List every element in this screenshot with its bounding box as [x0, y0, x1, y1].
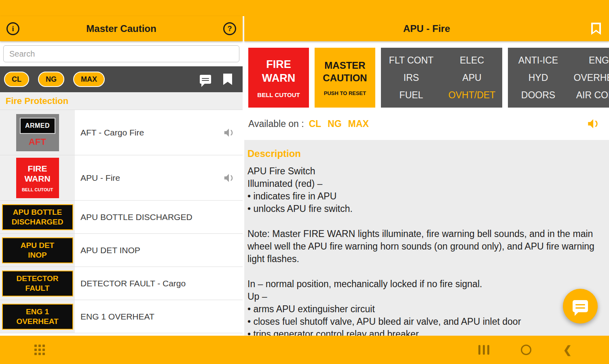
detail-appbar: APU - Fire — [244, 16, 609, 41]
panel-cell: ENG — [569, 55, 609, 66]
panel-cell: AIR COND — [569, 90, 609, 101]
panel-cell: ELEC — [442, 55, 502, 66]
fire-warn-line: WARN — [24, 174, 50, 184]
home-icon[interactable] — [521, 345, 531, 355]
help-icon[interactable]: ? — [223, 22, 236, 35]
list-item-apu-det-inop[interactable]: APU DET INOP APU DET INOP — [0, 234, 243, 267]
aft-light-label: AFT — [29, 137, 46, 147]
filter-max-button[interactable]: MAX — [73, 72, 105, 87]
annunciator-gutter: ENG 1 OVERHEAT — [0, 300, 75, 333]
annunciator-line: INOP — [28, 250, 47, 260]
master-caution-annunciator: MASTER CAUTION PUSH TO RESET — [315, 48, 375, 108]
navbar-buttons: ❮ — [478, 345, 572, 355]
list-item-detector-fault-cargo[interactable]: DETECTOR FAULT DETECTOR FAULT - Cargo — [0, 267, 243, 300]
description-section: Description APU Fire Switch Illuminated … — [244, 140, 609, 336]
fire-warn-line: FIRE — [266, 57, 291, 71]
system-annunciator-panel-left: FLT CONT ELEC IRS APU FUEL OVHT/DET — [381, 48, 502, 108]
filter-bar: CL NG MAX — [0, 66, 243, 92]
bell-cutout-line: BELL CUTOUT — [257, 91, 300, 98]
description-line: Illuminated (red) – — [247, 178, 595, 190]
annunciator-line: ENG 1 — [26, 307, 49, 317]
play-audio-icon[interactable] — [586, 117, 600, 131]
annunciator-line: DISCHARGED — [12, 217, 63, 227]
annunciator-gutter: APU BOTTLE DISCHARGED — [0, 201, 75, 233]
description-blank-line — [247, 265, 595, 278]
list-item-apu-bottle-discharged[interactable]: APU BOTTLE DISCHARGED APU BOTTLE DISCHAR… — [0, 201, 243, 234]
panel-cell: APU — [442, 72, 502, 83]
caution-list: ARMED AFT AFT - Cargo Fire FIRE WARN — [0, 110, 243, 336]
armed-light-label: ARMED — [25, 122, 50, 129]
armed-aft-light: ARMED AFT — [16, 114, 59, 151]
description-heading: Description — [247, 148, 595, 159]
chat-fab-button[interactable] — [563, 289, 598, 324]
panel-cell: IRS — [381, 72, 442, 83]
apu-det-inop-light: APU DET INOP — [2, 237, 73, 263]
description-note: Note: Master FIRE WARN lights illuminate… — [247, 228, 595, 265]
search-input[interactable] — [3, 45, 239, 62]
info-icon[interactable]: i — [6, 22, 19, 35]
detail-pane: APU - Fire FIRE WARN BELL CUTOUT MASTER … — [243, 16, 609, 336]
annunciator-line: FAULT — [25, 284, 50, 293]
master-caution-line: CAUTION — [323, 72, 367, 84]
annunciator-line: OVERHEAT — [16, 317, 58, 326]
filter-ng-button[interactable]: NG — [38, 72, 64, 87]
available-ng: NG — [328, 119, 342, 129]
list-item-label: DETECTOR FAULT - Cargo — [75, 279, 243, 288]
speaker-icon[interactable] — [215, 127, 243, 139]
list-item-label: APU - Fire — [75, 173, 215, 183]
section-header: Fire Protection — [0, 92, 243, 110]
filter-cl-button[interactable]: CL — [4, 72, 29, 87]
detector-fault-light: DETECTOR FAULT — [2, 271, 73, 296]
chat-icon — [573, 300, 588, 312]
description-line: • unlocks APU fire switch. — [247, 203, 595, 215]
panel-cell-ovht-det: OVHT/DET — [442, 90, 502, 101]
comment-icon[interactable] — [200, 75, 211, 84]
panel-cell: FLT CONT — [381, 55, 442, 66]
description-line: In – normal position, mechanically locke… — [247, 278, 595, 290]
section-title: Fire Protection — [6, 96, 68, 106]
bell-cutout-line: BELL CUTOUT — [22, 187, 53, 192]
annunciator-gutter: APU DET INOP — [0, 234, 75, 267]
list-item-aft-cargo-fire[interactable]: ARMED AFT AFT - Cargo Fire — [0, 110, 243, 155]
description-line: • closes fuel shutoff valve, APU bleed a… — [247, 315, 595, 328]
android-navbar: ❮ — [0, 336, 609, 364]
fire-warn-annunciator: FIRE WARN BELL CUTOUT — [248, 48, 309, 108]
master-caution-line: MASTER — [324, 59, 365, 72]
list-item-label: ENG 1 OVERHEAT — [75, 312, 243, 322]
list-item-eng1-overheat[interactable]: ENG 1 OVERHEAT ENG 1 OVERHEAT — [0, 300, 243, 333]
push-to-reset-line: PUSH TO RESET — [324, 90, 366, 96]
help-glyph: ? — [228, 25, 232, 33]
panel-cell: ANTI-ICE — [508, 55, 569, 66]
bookmark-icon[interactable] — [223, 74, 232, 85]
available-on-row: Available on : CL NG MAX — [244, 108, 609, 140]
apu-bottle-discharged-light: APU BOTTLE DISCHARGED — [2, 204, 73, 230]
recents-icon[interactable] — [478, 345, 489, 355]
speaker-icon[interactable] — [215, 172, 243, 184]
description-line: Up – — [247, 290, 595, 303]
system-annunciator-panel-right: ANTI-ICE ENG HYD OVERHEAT DOORS AIR COND — [508, 48, 609, 108]
info-glyph: i — [12, 25, 14, 33]
available-cl: CL — [309, 119, 321, 129]
fire-warn-light: FIRE WARN BELL CUTOUT — [16, 158, 59, 198]
back-icon[interactable]: ❮ — [563, 345, 572, 355]
list-item-apu-fire[interactable]: FIRE WARN BELL CUTOUT APU - Fire — [0, 155, 243, 201]
eng1-overheat-light: ENG 1 OVERHEAT — [2, 304, 73, 330]
available-max: MAX — [348, 119, 369, 129]
fire-warn-line: FIRE — [28, 163, 47, 174]
panel-cell: DOORS — [508, 90, 569, 101]
apps-grid-icon[interactable] — [34, 345, 45, 355]
filter-bar-icons — [200, 74, 239, 85]
description-blank-line — [247, 215, 595, 228]
app-screen: i Master Caution ? CL NG MAX — [0, 0, 609, 364]
description-line: APU Fire Switch — [247, 165, 595, 178]
left-appbar: i Master Caution ? — [0, 16, 243, 41]
annunciator-gutter: ARMED AFT — [0, 110, 75, 155]
annunciator-line: APU DET — [21, 241, 54, 250]
annunciator-gutter: FIRE WARN BELL CUTOUT — [0, 155, 75, 200]
status-bar — [0, 0, 609, 16]
annunciator-panel-row: FIRE WARN BELL CUTOUT MASTER CAUTION PUS… — [244, 41, 609, 108]
list-item-label: APU DET INOP — [75, 245, 243, 255]
detail-page-title: APU - Fire — [403, 23, 450, 34]
available-on-values: CL NG MAX — [309, 119, 369, 129]
bookmark-outline-icon[interactable] — [591, 23, 601, 35]
